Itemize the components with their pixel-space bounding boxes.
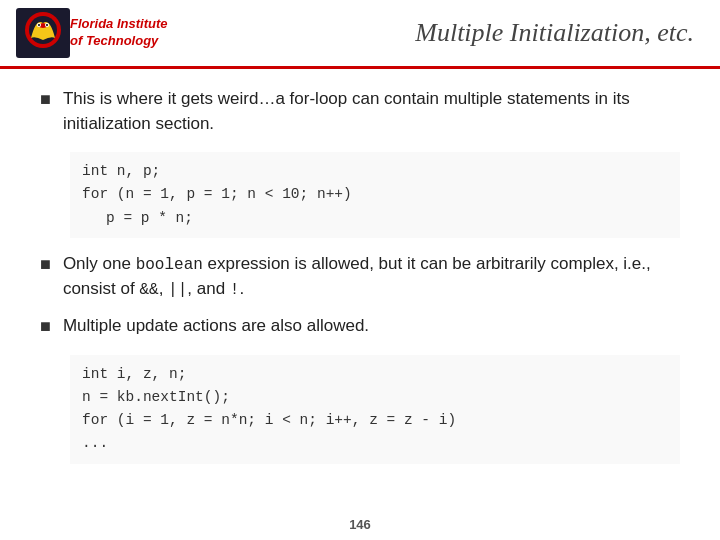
slide: Florida Institute of Technology Multiple… <box>0 0 720 540</box>
logo-line1: Florida Institute <box>70 16 168 33</box>
svg-point-5 <box>38 24 40 26</box>
bullet-text-3: Multiple update actions are also allowed… <box>63 314 369 339</box>
code-line-1-3: p = p * n; <box>106 207 668 230</box>
code-and: && <box>139 281 158 299</box>
page-number: 146 <box>0 517 720 540</box>
bullet-icon-3: ■ <box>40 316 51 337</box>
bullet-1-text: This is where it gets weird…a for-loop c… <box>63 87 680 136</box>
bullet-section-2: ■ Only one boolean expression is allowed… <box>40 252 680 302</box>
code-line-2-1: int i, z, n; <box>82 363 668 386</box>
svg-point-6 <box>46 24 48 26</box>
code-not: ! <box>230 281 240 299</box>
bullet-section-1: ■ This is where it gets weird…a for-loop… <box>40 87 680 136</box>
bullet-3-text: Multiple update actions are also allowed… <box>63 314 369 339</box>
code-block-2: int i, z, n; n = kb.nextInt(); for (i = … <box>70 355 680 464</box>
code-line-2-4: ... <box>82 432 668 455</box>
slide-title: Multiple Initialization, etc. <box>168 18 705 48</box>
content-area: ■ This is where it gets weird…a for-loop… <box>0 69 720 517</box>
code-line-1-2: for (n = 1, p = 1; n < 10; n++) <box>82 183 668 206</box>
code-or: || <box>168 281 187 299</box>
code-line-2-3: for (i = 1, z = n*n; i < n; i++, z = z -… <box>82 409 668 432</box>
bullet-section-3: ■ Multiple update actions are also allow… <box>40 314 680 339</box>
logo-text: Florida Institute of Technology <box>70 16 168 50</box>
bullet-2-text: Only one boolean expression is allowed, … <box>63 252 680 302</box>
logo-area: Florida Institute of Technology <box>16 8 168 58</box>
logo-line2: of Technology <box>70 33 168 50</box>
code-block-1: int n, p; for (n = 1, p = 1; n < 10; n++… <box>70 152 680 238</box>
fit-logo-icon <box>16 8 70 58</box>
code-boolean: boolean <box>136 256 203 274</box>
bullet-icon-1: ■ <box>40 89 51 110</box>
code-line-2-2: n = kb.nextInt(); <box>82 386 668 409</box>
bullet-icon-2: ■ <box>40 254 51 275</box>
bullet-text-1: This is where it gets weird…a for-loop c… <box>63 87 680 136</box>
code-line-1-1: int n, p; <box>82 160 668 183</box>
header: Florida Institute of Technology Multiple… <box>0 0 720 69</box>
